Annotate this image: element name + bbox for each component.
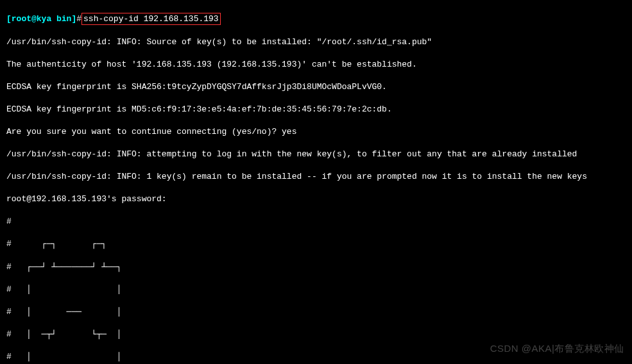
terminal-output[interactable]: [root@kya bin]#ssh-copy-id 192.168.135.1… xyxy=(6,1,626,364)
highlighted-command: ssh-copy-id 192.168.135.193 xyxy=(81,13,221,26)
output-line: Are you sure you want to continue connec… xyxy=(6,126,626,138)
output-line: /usr/bin/ssh-copy-id: INFO: attempting t… xyxy=(6,149,626,160)
command-text: ssh-copy-id 192.168.135.193 xyxy=(83,14,219,24)
output-line: ECDSA key fingerprint is MD5:c6:f9:17:3e… xyxy=(6,104,626,115)
output-line: ECDSA key fingerprint is SHA256:t9tcyZyp… xyxy=(6,81,626,93)
ascii-art-line: # │ ─── │ xyxy=(6,306,626,318)
prompt-separator: # xyxy=(76,14,81,24)
ascii-art-line: # │ ─┬┘ └┬─ │ xyxy=(6,329,626,340)
ascii-art-line: # xyxy=(6,216,626,228)
output-line: /usr/bin/ssh-copy-id: INFO: Source of ke… xyxy=(6,37,626,48)
output-line: root@192.168.135.193's password: xyxy=(6,194,626,205)
ascii-art-line: # ┌─┐ ┌─┐ xyxy=(6,238,626,250)
command-line[interactable]: [root@kya bin]#ssh-copy-id 192.168.135.1… xyxy=(6,13,626,26)
csdn-watermark: CSDN @AKA|布鲁克林欧神仙 xyxy=(490,342,624,355)
ascii-art-line: # │ │ xyxy=(6,284,626,295)
ascii-art-line: # ┌──┘ ┴───────┘ ┴──┐ xyxy=(6,261,626,273)
output-line: /usr/bin/ssh-copy-id: INFO: 1 key(s) rem… xyxy=(6,171,626,183)
output-line: The authenticity of host '192.168.135.19… xyxy=(6,59,626,70)
prompt-user-host: [root@kya bin] xyxy=(6,14,76,24)
